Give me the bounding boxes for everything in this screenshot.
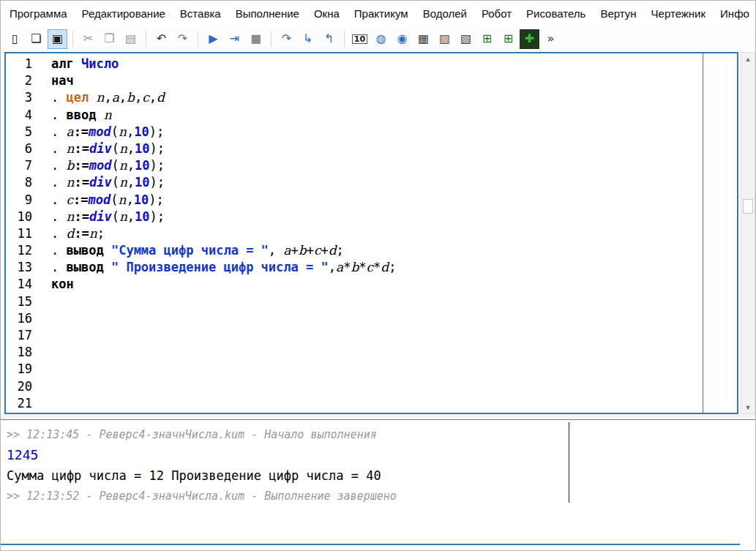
code-text: [37, 327, 51, 344]
code-line[interactable]: 13. вывод " Произведение цифр числа = ",…: [6, 259, 737, 276]
step-out-button[interactable]: ↰: [319, 29, 339, 49]
console-pane[interactable]: >> 12:13:45 - Реверс4-значнЧисла.kum - Н…: [1, 419, 755, 551]
line-number: 6: [6, 140, 37, 157]
toolbar-separator: [198, 31, 198, 47]
pane-splitter[interactable]: [1, 414, 755, 419]
code-line[interactable]: 3. цел n,a,b,c,d: [6, 89, 737, 106]
stop-button[interactable]: ■: [246, 29, 266, 49]
kumir-window: ПрограммаРедактированиеВставкаВыполнение…: [0, 0, 756, 551]
menu-bar: ПрограммаРедактированиеВставкаВыполнение…: [1, 1, 755, 26]
drawer-window-button[interactable]: ▧: [456, 29, 476, 49]
menu-item-10[interactable]: Вертун: [593, 7, 643, 20]
line-number: 2: [6, 72, 37, 89]
open-file-button[interactable]: ❏: [26, 29, 46, 49]
run-button[interactable]: ▶: [203, 29, 223, 49]
code-line[interactable]: 21: [6, 395, 737, 412]
line-number: 10: [6, 209, 37, 225]
painter-window-button[interactable]: ▨: [435, 29, 454, 49]
console-divider-line: [569, 422, 569, 503]
redo-button[interactable]: ↷: [173, 29, 192, 49]
menu-item-9[interactable]: Рисователь: [519, 7, 593, 20]
code-line[interactable]: 19: [6, 361, 737, 378]
robot-field-button[interactable]: ▦: [413, 29, 433, 49]
scrollbar-thumb[interactable]: [743, 199, 753, 214]
run-icon: ▶: [209, 33, 217, 45]
code-line[interactable]: 6. n:=div(n,10);: [6, 140, 737, 157]
editor-scrollbar[interactable]: ▲ ▼: [741, 52, 755, 414]
menu-item-1[interactable]: Программа: [2, 7, 75, 20]
line-number: 7: [6, 157, 37, 174]
vodoley-tools-button[interactable]: ◉: [392, 29, 412, 49]
run-to-cursor-button[interactable]: ⇥: [225, 29, 244, 49]
code-line[interactable]: 5. a:=mod(n,10);: [6, 124, 737, 140]
code-text: . c:=mod(n,10);: [37, 192, 164, 209]
step-over-button[interactable]: ↷: [277, 29, 296, 49]
code-lines[interactable]: 1алг Число2нач3. цел n,a,b,c,d4. ввод n5…: [6, 53, 737, 413]
code-line[interactable]: 12. вывод "Сумма цифр числа = ", a+b+c+d…: [6, 242, 737, 259]
line-number: 18: [6, 344, 37, 361]
line-number: 4: [6, 107, 37, 124]
code-line[interactable]: 18: [6, 344, 737, 361]
console-bottom-border: [1, 544, 740, 545]
line-number: 16: [6, 310, 37, 327]
code-line[interactable]: 20: [6, 378, 737, 395]
line-number: 8: [6, 174, 37, 191]
vodoley-tools-icon: ◉: [397, 33, 408, 45]
toolbar-separator: [146, 31, 146, 47]
menu-item-3[interactable]: Вставка: [173, 7, 228, 20]
save-file-button[interactable]: ▣: [48, 29, 67, 49]
step-into-button[interactable]: ↳: [298, 29, 318, 49]
code-line[interactable]: 1алг Число: [6, 56, 737, 72]
code-line[interactable]: 9. c:=mod(n,10);: [6, 192, 737, 209]
robot-window-alt-button[interactable]: ⊞: [498, 29, 518, 49]
robot-window-button[interactable]: ⊞: [477, 29, 497, 49]
copy-button[interactable]: ❐: [100, 29, 119, 49]
toolbar-separator: [271, 31, 272, 47]
code-text: кон: [37, 276, 74, 293]
code-text: . вывод "Сумма цифр числа = ", a+b+c+d;: [37, 242, 344, 259]
paste-button[interactable]: ▤: [121, 29, 141, 49]
code-line[interactable]: 8. n:=div(n,10);: [6, 174, 737, 191]
code-line[interactable]: 10. n:=div(n,10);: [6, 209, 737, 225]
menu-item-11[interactable]: Чертежник: [644, 7, 714, 20]
code-text: [37, 395, 51, 412]
menu-item-8[interactable]: Робот: [474, 7, 519, 20]
step-over-icon: ↷: [282, 33, 291, 45]
code-line[interactable]: 2нач: [6, 72, 737, 89]
show-values-button[interactable]: 10: [350, 29, 370, 49]
field-editor-button[interactable]: ✚: [520, 29, 539, 49]
new-file-button[interactable]: ▯: [5, 29, 25, 49]
cut-icon: ✂: [83, 33, 93, 45]
robot-window-icon: ⊞: [482, 33, 492, 45]
code-editor[interactable]: 1алг Число2нач3. цел n,a,b,c,d4. ввод n5…: [4, 52, 738, 414]
menu-item-6[interactable]: Практикум: [347, 7, 416, 20]
vodoley-window-button[interactable]: ◍: [371, 29, 391, 49]
menu-item-2[interactable]: Редактирование: [75, 7, 173, 20]
code-text: . ввод n: [37, 107, 112, 124]
menu-item-12[interactable]: Инфо: [713, 7, 756, 20]
code-line[interactable]: 14кон: [6, 276, 737, 293]
code-line[interactable]: 7. b:=mod(n,10);: [6, 157, 737, 174]
menu-item-4[interactable]: Выполнение: [228, 7, 307, 20]
menu-item-5[interactable]: Окна: [307, 7, 347, 20]
code-text: . вывод " Произведение цифр числа = ",a*…: [37, 259, 396, 276]
toolbar-overflow-button[interactable]: »: [541, 29, 561, 49]
undo-button[interactable]: ↶: [151, 29, 171, 49]
field-editor-icon: ✚: [525, 33, 534, 45]
scrollbar-down-icon[interactable]: ▼: [741, 401, 755, 413]
cut-button[interactable]: ✂: [78, 29, 98, 49]
console-line-out: Сумма цифр числа = 12 Произведение цифр …: [7, 465, 749, 486]
robot-window-alt-icon: ⊞: [504, 33, 513, 45]
new-file-icon: ▯: [12, 33, 18, 45]
menu-item-7[interactable]: Водолей: [416, 7, 474, 20]
stop-icon: ■: [250, 33, 261, 45]
code-text: . b:=mod(n,10);: [37, 157, 165, 174]
code-line[interactable]: 4. ввод n: [6, 107, 737, 124]
code-line[interactable]: 17: [6, 327, 737, 344]
code-line[interactable]: 11. d:=n;: [6, 225, 737, 242]
console-lines: >> 12:13:45 - Реверс4-значнЧисла.kum - Н…: [7, 424, 749, 506]
scrollbar-up-icon[interactable]: ▲: [741, 53, 755, 65]
code-line[interactable]: 15: [6, 293, 737, 310]
code-line[interactable]: 16: [6, 310, 737, 327]
code-text: . a:=mod(n,10);: [37, 124, 164, 140]
